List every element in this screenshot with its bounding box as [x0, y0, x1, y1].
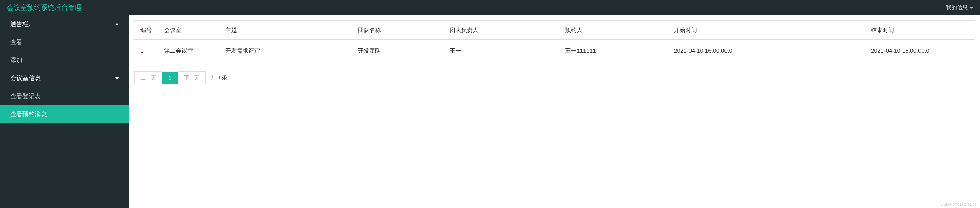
th-topic: 主题 — [219, 21, 352, 40]
cell-topic: 开发需求评审 — [219, 40, 352, 62]
main-content: 编号 会议室 主题 团队名称 团队负责人 预约人 开始时间 结束时间 1 第二会… — [129, 15, 980, 208]
pagination: 上一页 1 下一页 共 1 条 — [134, 71, 975, 84]
top-bar: 会议室预约系统后台管理 我的信息 — [0, 0, 980, 15]
sidebar-item-add[interactable]: 添加 — [0, 51, 129, 69]
sidebar-item-view[interactable]: 查看 — [0, 33, 129, 51]
sidebar-item-booking-msg[interactable]: 查看预约消息 — [0, 105, 129, 123]
cell-leader: 王一 — [444, 40, 559, 62]
sidebar-group-label: 通告栏: — [10, 20, 30, 28]
th-start: 开始时间 — [668, 21, 865, 40]
cell-id: 1 — [134, 40, 158, 62]
sidebar-item-checkin[interactable]: 查看登记表 — [0, 87, 129, 105]
cell-room: 第二会议室 — [158, 40, 219, 62]
th-team: 团队名称 — [352, 21, 444, 40]
next-page-button[interactable]: 下一页 — [178, 71, 205, 84]
cell-start: 2021-04-10 16:00:00.0 — [668, 40, 865, 62]
sidebar-group-notice[interactable]: 通告栏: — [0, 15, 129, 33]
caret-down-icon — [970, 7, 973, 9]
th-room: 会议室 — [158, 21, 219, 40]
page-total-text: 共 1 条 — [211, 75, 227, 81]
cell-booker: 王一111111 — [559, 40, 668, 62]
container: 通告栏: 查看 添加 会议室信息 查看登记表 查看预约消息 编号 会议室 主题 … — [0, 15, 980, 208]
caret-up-icon — [115, 23, 119, 25]
user-menu[interactable]: 我的信息 — [946, 4, 973, 11]
prev-page-button[interactable]: 上一页 — [134, 71, 162, 84]
caret-down-icon — [115, 77, 119, 79]
table-row: 1 第二会议室 开发需求评审 开发团队 王一 王一111111 2021-04-… — [134, 40, 975, 62]
page-number-button[interactable]: 1 — [162, 72, 178, 84]
sidebar: 通告栏: 查看 添加 会议室信息 查看登记表 查看预约消息 — [0, 15, 129, 208]
cell-end: 2021-04-10 18:00:00.0 — [865, 40, 975, 62]
brand-title: 会议室预约系统后台管理 — [7, 3, 81, 12]
booking-table: 编号 会议室 主题 团队名称 团队负责人 预约人 开始时间 结束时间 1 第二会… — [134, 21, 975, 62]
sidebar-group-room-info[interactable]: 会议室信息 — [0, 69, 129, 87]
th-id: 编号 — [134, 21, 158, 40]
watermark: CSDN @pastclouds — [940, 202, 977, 206]
user-menu-label: 我的信息 — [946, 4, 968, 11]
cell-team: 开发团队 — [352, 40, 444, 62]
sidebar-group-label: 会议室信息 — [10, 74, 41, 82]
th-booker: 预约人 — [559, 21, 668, 40]
th-end: 结束时间 — [865, 21, 975, 40]
th-leader: 团队负责人 — [444, 21, 559, 40]
table-header-row: 编号 会议室 主题 团队名称 团队负责人 预约人 开始时间 结束时间 — [134, 21, 975, 40]
